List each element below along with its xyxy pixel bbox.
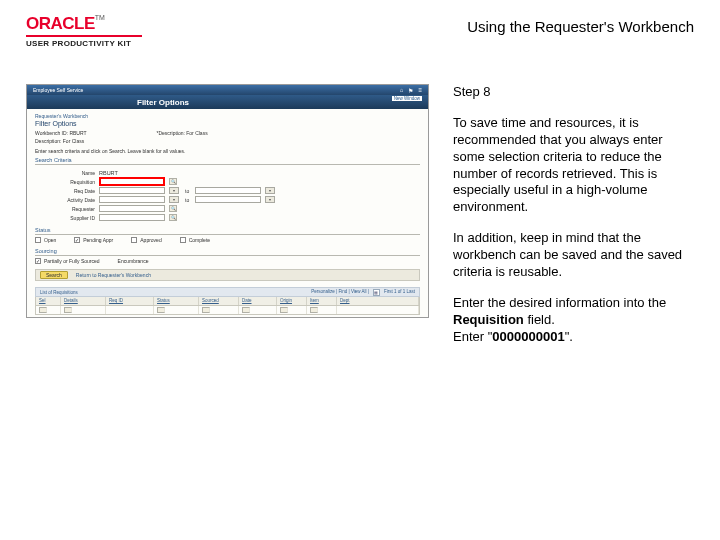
lookup-icon[interactable]: 🔍 [169,214,177,221]
name-display: RBURT [99,170,118,176]
calendar-icon[interactable]: ▾ [169,196,179,203]
divider [35,255,420,256]
row-sourced [202,307,210,313]
instruction-p1: To save time and resources, it is recomm… [453,115,694,216]
pending-checkbox[interactable] [74,237,80,243]
page-title: Filter Options [35,120,420,127]
app-screenshot: Employee Self Service ⌂ ⚑ ≡ Filter Optio… [26,84,429,318]
logo-rule [26,35,142,37]
calendar-icon[interactable]: ▾ [265,196,275,203]
breadcrumb[interactable]: Requester's Workbench [35,113,420,119]
topbar-nav-icons: ⌂ ⚑ ≡ [400,87,422,94]
requester-label: Requester [35,206,95,212]
calendar-icon[interactable]: ▾ [265,187,275,194]
grid-header: Sel Details Req ID Status Sourced Date O… [35,297,420,306]
description-value: For Class [63,138,84,144]
entry-value: 0000000001 [492,329,564,344]
activity-date-label: Activity Date [35,197,95,203]
grid-download-icon[interactable]: ▦ [373,289,380,296]
doc-title: Using the Requester's Workbench [467,18,694,35]
encum-label: Encumbrance [118,258,149,264]
instruction-panel: Step 8 To save time and resources, it is… [453,84,694,360]
section-search-criteria: Search Criteria [35,157,420,163]
grid-personalize[interactable]: Personalize | Find | View All | [311,289,369,296]
partial-label: Partially or Fully Sourced [44,258,100,264]
to-label: to [185,188,189,194]
row-status [157,307,165,313]
lookup-icon[interactable]: 🔍 [169,178,177,185]
return-link[interactable]: Return to Requester's Workbench [76,272,151,278]
p3b: field. [524,312,555,327]
col-item[interactable]: Item [307,297,337,305]
open-checkbox[interactable] [35,237,41,243]
grid-toolbar: List of Requisitions Personalize | Find … [35,287,420,297]
section-sourcing: Sourcing [35,248,420,254]
activity-date-from[interactable] [99,196,165,203]
row-origin [280,307,288,313]
complete-checkbox[interactable] [180,237,186,243]
supplier-label: Supplier ID [35,215,95,221]
p4a: Enter " [453,329,492,344]
oracle-wordmark: ORACLE [26,14,95,33]
topbar-context: Employee Self Service [33,87,83,93]
complete-label: Complete [189,237,210,243]
col-sel[interactable]: Sel [36,297,61,305]
brand-logo: ORACLETM USER PRODUCTIVITY KIT [26,14,142,48]
page-banner: Filter Options [27,95,428,109]
banner-title: Filter Options [137,98,189,107]
open-label: Open [44,237,56,243]
name-label: Name [35,170,95,176]
product-name: USER PRODUCTIVITY KIT [26,39,142,48]
new-window-link[interactable]: New Window [392,96,422,101]
col-dept[interactable]: Dept [337,297,419,305]
app-topbar: Employee Self Service ⌂ ⚑ ≡ [27,85,428,95]
to-label: to [185,197,189,203]
col-details[interactable]: Details [61,297,106,305]
grid-label: List of Requisitions [40,290,78,295]
section-status: Status [35,227,420,233]
search-button[interactable]: Search [40,271,68,279]
col-reqid[interactable]: Req ID [106,297,154,305]
approved-checkbox[interactable] [131,237,137,243]
row-item [310,307,318,313]
partial-checkbox[interactable] [35,258,41,264]
row-reqid [106,306,154,314]
workbench-id-label: Workbench ID: [35,130,68,136]
approved-label: Approved [140,237,161,243]
action-bar: Search Return to Requester's Workbench [35,269,420,281]
home-icon[interactable]: ⌂ [400,87,404,94]
col-origin[interactable]: Origin [277,297,307,305]
menu-icon[interactable]: ≡ [418,87,422,94]
requisition-input[interactable] [99,177,165,186]
instruction-p3: Enter the desired information into the R… [453,295,694,346]
row-date [242,307,250,313]
col-status[interactable]: Status [154,297,199,305]
pending-label: Pending Appr [83,237,113,243]
description-label: Description: [35,138,61,144]
p3a: Enter the desired information into the [453,295,666,310]
requester-input[interactable] [99,205,165,212]
step-label: Step 8 [453,84,694,101]
activity-date-to[interactable] [195,196,261,203]
calendar-icon[interactable]: ▾ [169,187,179,194]
divider [35,164,420,165]
row-select[interactable] [39,307,47,313]
requisition-label: Requisition [35,179,95,185]
supplier-input[interactable] [99,214,165,221]
workbench-desc2: *Description: For Class [157,130,208,136]
row-details-icon[interactable] [64,307,72,313]
row-dept [337,306,419,314]
col-sourced[interactable]: Sourced [199,297,239,305]
flag-icon[interactable]: ⚑ [408,87,413,94]
req-date-to[interactable] [195,187,261,194]
p4b: ". [565,329,573,344]
workbench-id-value: RBURT [69,130,86,136]
lookup-icon[interactable]: 🔍 [169,205,177,212]
req-date-label: Req Date [35,188,95,194]
divider [35,234,420,235]
req-date-from[interactable] [99,187,165,194]
requisition-field-name: Requisition [453,312,524,327]
instruction-p2: In addition, keep in mind that the workb… [453,230,694,281]
col-date[interactable]: Date [239,297,277,305]
grid-range-info: First 1 of 1 Last [384,289,415,296]
